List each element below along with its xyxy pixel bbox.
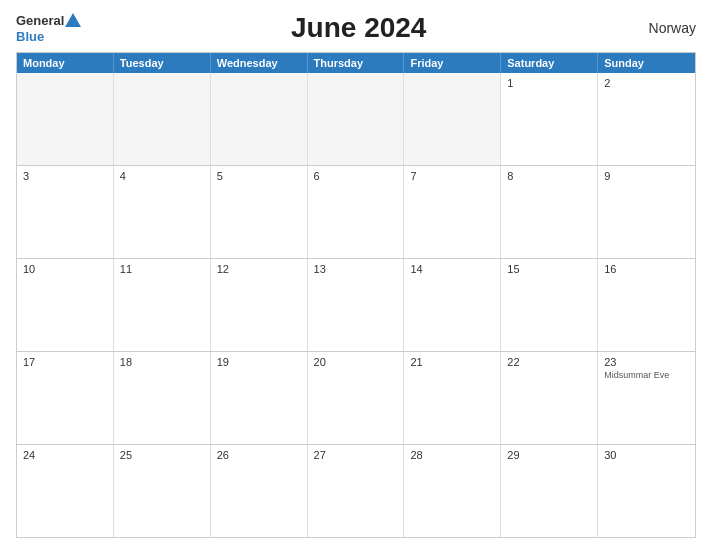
day-number: 15 [507,263,519,275]
day-number: 3 [23,170,29,182]
cell-w5-d1: 24 [17,445,114,537]
cell-w3-d3: 12 [211,259,308,351]
day-number: 27 [314,449,326,461]
day-number: 20 [314,356,326,368]
cell-w2-d6: 8 [501,166,598,258]
cell-w1-d6: 1 [501,73,598,165]
cell-w4-d5: 21 [404,352,501,444]
cell-w1-d7: 2 [598,73,695,165]
cell-w4-d1: 17 [17,352,114,444]
week-4: 17181920212223Midsummar Eve [17,352,695,445]
day-number: 13 [314,263,326,275]
day-number: 11 [120,263,132,275]
calendar-grid: Monday Tuesday Wednesday Thursday Friday… [16,52,696,538]
day-number: 9 [604,170,610,182]
cell-w5-d3: 26 [211,445,308,537]
cell-w3-d4: 13 [308,259,405,351]
week-2: 3456789 [17,166,695,259]
header-saturday: Saturday [501,53,598,73]
cell-w5-d4: 27 [308,445,405,537]
day-number: 12 [217,263,229,275]
cell-w4-d6: 22 [501,352,598,444]
cell-w3-d1: 10 [17,259,114,351]
cell-w4-d3: 19 [211,352,308,444]
logo-general-text: General [16,13,64,28]
day-number: 22 [507,356,519,368]
day-number: 26 [217,449,229,461]
day-number: 21 [410,356,422,368]
cell-w3-d6: 15 [501,259,598,351]
day-number: 25 [120,449,132,461]
cell-w3-d7: 16 [598,259,695,351]
cell-w4-d4: 20 [308,352,405,444]
week-5: 24252627282930 [17,445,695,537]
cell-w2-d3: 5 [211,166,308,258]
cell-w1-d1 [17,73,114,165]
cell-w1-d5 [404,73,501,165]
cell-w5-d6: 29 [501,445,598,537]
header-sunday: Sunday [598,53,695,73]
day-number: 19 [217,356,229,368]
cell-w5-d7: 30 [598,445,695,537]
calendar-header: Monday Tuesday Wednesday Thursday Friday… [17,53,695,73]
day-number: 6 [314,170,320,182]
cell-w2-d7: 9 [598,166,695,258]
cell-w5-d2: 25 [114,445,211,537]
cell-w2-d1: 3 [17,166,114,258]
country-label: Norway [636,20,696,36]
header-thursday: Thursday [308,53,405,73]
day-number: 16 [604,263,616,275]
day-number: 14 [410,263,422,275]
day-number: 24 [23,449,35,461]
header-monday: Monday [17,53,114,73]
cell-w2-d4: 6 [308,166,405,258]
cell-w3-d2: 11 [114,259,211,351]
day-number: 7 [410,170,416,182]
day-number: 4 [120,170,126,182]
cell-w4-d7: 23Midsummar Eve [598,352,695,444]
header-tuesday: Tuesday [114,53,211,73]
cell-w3-d5: 14 [404,259,501,351]
cell-w1-d3 [211,73,308,165]
cell-w2-d2: 4 [114,166,211,258]
day-number: 29 [507,449,519,461]
cell-w2-d5: 7 [404,166,501,258]
week-3: 10111213141516 [17,259,695,352]
logo-triangle-icon [65,13,81,27]
logo-blue-text: Blue [16,29,44,44]
event-label: Midsummar Eve [604,370,689,381]
day-number: 5 [217,170,223,182]
day-number: 17 [23,356,35,368]
header-friday: Friday [404,53,501,73]
day-number: 10 [23,263,35,275]
calendar-page: General Blue June 2024 Norway Monday Tue… [0,0,712,550]
day-number: 28 [410,449,422,461]
day-number: 2 [604,77,610,89]
header-wednesday: Wednesday [211,53,308,73]
logo: General Blue [16,13,81,44]
week-1: 12 [17,73,695,166]
cell-w5-d5: 28 [404,445,501,537]
cell-w1-d4 [308,73,405,165]
cell-w4-d2: 18 [114,352,211,444]
header: General Blue June 2024 Norway [16,12,696,44]
calendar-title: June 2024 [81,12,636,44]
day-number: 18 [120,356,132,368]
day-number: 23 [604,356,616,368]
day-number: 30 [604,449,616,461]
cell-w1-d2 [114,73,211,165]
calendar-body: 1234567891011121314151617181920212223Mid… [17,73,695,537]
day-number: 1 [507,77,513,89]
day-number: 8 [507,170,513,182]
